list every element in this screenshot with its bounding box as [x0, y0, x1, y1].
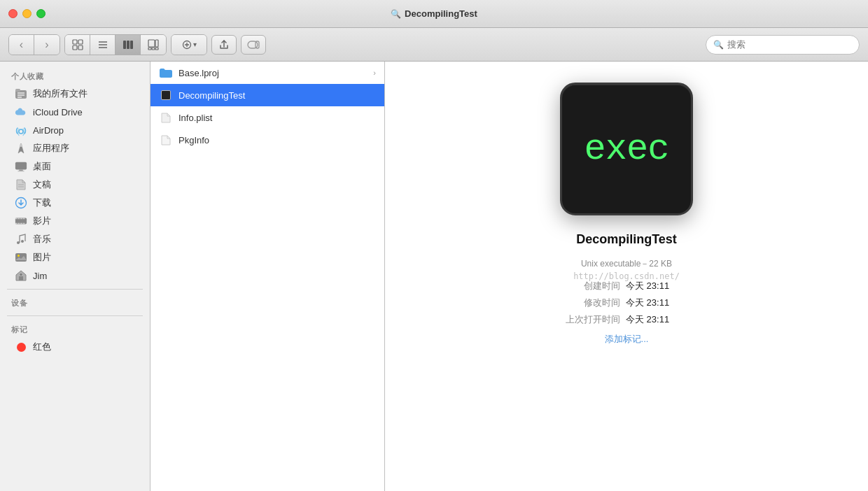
preview-val-created: 今天 23:11	[626, 280, 696, 292]
sidebar-item-applications[interactable]: 应用程序	[4, 139, 146, 157]
preview-info-row-created: 创建时间 今天 23:11	[507, 280, 746, 292]
sidebar-item-icloud[interactable]: iCloud Drive	[4, 103, 146, 121]
title-icon: 🔍	[391, 9, 401, 19]
sidebar-label-documents: 文稿	[33, 178, 135, 191]
view-list-button[interactable]	[90, 35, 115, 55]
sidebar-label-pictures: 图片	[33, 251, 135, 264]
svg-point-26	[20, 144, 22, 147]
view-icon-button[interactable]	[65, 35, 90, 55]
sidebar-item-jim[interactable]: Jim	[4, 266, 146, 285]
red-tag-icon	[15, 341, 27, 353]
sidebar-separator-2	[7, 315, 143, 316]
airdrop-icon	[15, 124, 27, 136]
sidebar-item-downloads[interactable]: 下载	[4, 194, 146, 212]
svg-rect-9	[130, 41, 133, 49]
svg-rect-21	[15, 89, 20, 92]
titlebar: 🔍 DecompilingTest	[0, 0, 868, 28]
preview-key-last-opened: 上次打开时间	[557, 313, 620, 326]
svg-rect-40	[20, 223, 22, 225]
svg-point-43	[18, 255, 20, 257]
view-columns-button[interactable]	[115, 35, 141, 55]
window-title: 🔍 DecompilingTest	[391, 8, 477, 19]
sidebar-item-movies[interactable]: 影片	[4, 212, 146, 230]
file-name-info-plist: Info.plist	[178, 113, 376, 123]
svg-rect-14	[155, 40, 158, 47]
sidebar: 个人收藏 我的所有文件 iCloud Drive	[0, 62, 150, 491]
jim-icon	[15, 269, 27, 282]
sidebar-label-jim: Jim	[33, 271, 135, 281]
doc-icon-plist	[159, 111, 173, 124]
preview-filename: DecompilingTest	[576, 232, 677, 247]
music-icon	[15, 233, 27, 246]
sidebar-item-desktop[interactable]: 桌面	[4, 157, 146, 176]
preview-panel: http://blog.csdn.net/ exec DecompilingTe…	[385, 62, 868, 491]
sidebar-item-airdrop[interactable]: AirDrop	[4, 121, 146, 139]
tag-button[interactable]	[241, 35, 266, 55]
svg-rect-1	[78, 40, 83, 44]
close-button[interactable]	[8, 9, 18, 18]
file-panel: Base.lproj › DecompilingTest Info.plist	[150, 62, 385, 491]
sidebar-label-music: 音乐	[33, 233, 135, 246]
view-group	[64, 34, 167, 55]
sidebar-item-red-tag[interactable]: 红色	[4, 338, 146, 356]
preview-key-modified: 修改时间	[557, 297, 620, 309]
fullscreen-button[interactable]	[36, 9, 46, 18]
svg-rect-13	[155, 48, 158, 50]
documents-icon	[15, 178, 27, 191]
back-button[interactable]: ‹	[9, 35, 34, 55]
forward-button[interactable]: ›	[34, 35, 59, 55]
exec-icon	[159, 88, 173, 102]
svg-rect-8	[127, 41, 130, 49]
preview-val-last-opened: 今天 23:11	[626, 313, 696, 326]
svg-rect-11	[148, 48, 151, 50]
svg-rect-42	[15, 253, 27, 262]
traffic-lights	[8, 9, 46, 18]
svg-rect-12	[152, 48, 155, 50]
folder-icon	[159, 66, 173, 80]
file-name-base-lproj: Base.lproj	[178, 68, 368, 78]
svg-rect-39	[18, 223, 20, 225]
svg-rect-3	[78, 45, 83, 50]
file-item-info-plist[interactable]: Info.plist	[150, 106, 384, 129]
sidebar-item-pictures[interactable]: 图片	[4, 248, 146, 266]
svg-rect-44	[19, 276, 23, 280]
sidebar-item-documents[interactable]: 文稿	[4, 176, 146, 194]
file-item-base-lproj[interactable]: Base.lproj ›	[150, 62, 384, 84]
file-name-pkginfo: PkgInfo	[178, 135, 376, 145]
search-input[interactable]	[727, 39, 852, 50]
chevron-icon: ›	[373, 69, 376, 77]
all-files-icon	[15, 87, 27, 100]
file-icon-preview: exec	[560, 83, 693, 215]
doc-icon-pkginfo	[159, 133, 173, 147]
svg-rect-34	[15, 218, 18, 220]
sidebar-label-red-tag: 红色	[33, 341, 135, 353]
view-gallery-button[interactable]	[141, 35, 166, 55]
add-tag-button[interactable]: 添加标记...	[605, 333, 649, 346]
sidebar-favorites-title: 个人收藏	[0, 67, 150, 85]
search-bar[interactable]: 🔍	[706, 35, 860, 55]
nav-group: ‹ ›	[8, 34, 60, 55]
icloud-icon	[15, 106, 27, 118]
preview-meta: Unix executable－22 KB	[581, 258, 672, 270]
sidebar-item-music[interactable]: 音乐	[4, 230, 146, 248]
svg-rect-18	[248, 41, 258, 48]
main-content: 个人收藏 我的所有文件 iCloud Drive	[0, 62, 868, 491]
sidebar-item-all-files[interactable]: 我的所有文件	[4, 85, 146, 103]
file-item-decompilingtest[interactable]: DecompilingTest	[150, 84, 384, 106]
svg-point-25	[19, 129, 23, 134]
preview-info-row-modified: 修改时间 今天 23:11	[507, 297, 746, 309]
share-button[interactable]	[211, 35, 237, 55]
svg-rect-28	[19, 170, 22, 171]
action-button[interactable]: ▾	[172, 35, 206, 55]
action-group: ▾	[171, 34, 207, 55]
svg-rect-41	[23, 223, 25, 225]
search-icon: 🔍	[713, 40, 724, 50]
minimize-button[interactable]	[22, 9, 31, 18]
applications-icon	[15, 142, 27, 155]
svg-rect-27	[15, 162, 27, 170]
sidebar-label-movies: 影片	[33, 215, 135, 227]
title-text: DecompilingTest	[405, 8, 477, 19]
sidebar-label-applications: 应用程序	[33, 142, 135, 155]
preview-add-tag-row: 添加标记...	[507, 330, 746, 346]
file-item-pkginfo[interactable]: PkgInfo	[150, 129, 384, 151]
